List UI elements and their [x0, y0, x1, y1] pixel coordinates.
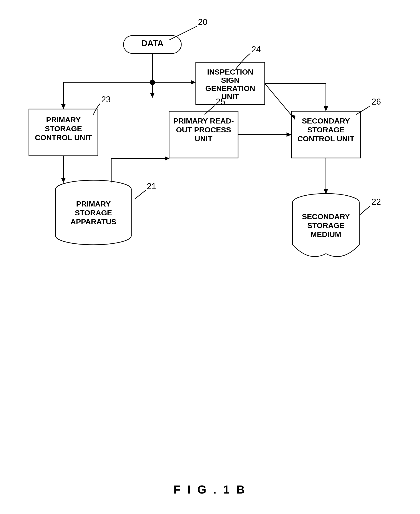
arrow-data-down-head: [150, 93, 155, 98]
medium-label-3: MEDIUM: [311, 230, 341, 239]
arrow-primary-apparatus-head: [61, 178, 66, 183]
ref-26-line: [356, 106, 370, 115]
ref-24: 24: [251, 45, 261, 54]
apparatus-label-1: PRIMARY: [76, 200, 111, 208]
inspection-label-3: GENERATION: [205, 84, 255, 93]
ref-22-line: [360, 206, 370, 215]
medium-curved-bottom: [292, 245, 359, 257]
primary-control-label-1: PRIMARY: [46, 115, 81, 124]
ref-24-line: [236, 53, 250, 69]
inspection-label-2: SIGN: [221, 76, 239, 84]
ref-25: 25: [216, 97, 225, 106]
apparatus-label-3: APPARATUS: [70, 217, 117, 226]
arrow-junction-inspection-head: [191, 80, 196, 84]
medium-label-2: STORAGE: [307, 221, 345, 230]
ref-21-line: [135, 190, 146, 199]
primary-control-label-2: STORAGE: [45, 124, 82, 133]
data-label: DATA: [141, 39, 164, 48]
arrow-inspection-secondary: [265, 83, 294, 118]
ref-22: 22: [372, 197, 381, 206]
ref-25-line: [205, 106, 215, 115]
secondary-control-label-3: CONTROL UNIT: [297, 134, 354, 143]
ref-20: 20: [198, 17, 207, 27]
arrow-readout-secondary-head: [286, 132, 292, 137]
ref-21: 21: [147, 181, 156, 191]
arrow-secondary-control-head-from-inspection: [324, 106, 328, 111]
ref-20-line: [169, 26, 197, 40]
medium-label-1: SECONDARY: [302, 212, 350, 221]
inspection-label-1: INSPECTION: [207, 68, 253, 76]
ref-26: 26: [372, 97, 381, 106]
readout-label-3: UNIT: [195, 134, 212, 143]
secondary-control-label-2: STORAGE: [307, 126, 345, 134]
readout-label-2: OUT PROCESS: [176, 126, 231, 134]
secondary-control-label-1: SECONDARY: [302, 117, 350, 125]
readout-label-1: PRIMARY READ-: [173, 117, 234, 125]
diagram-container: 20 DATA 24 INSPECTION SIGN GENERATION UN…: [0, 9, 420, 476]
apparatus-label-2: STORAGE: [75, 209, 112, 217]
figure-label: F I G . 1 B: [173, 483, 247, 496]
arrow-primary-control-head: [61, 104, 66, 109]
ref-23: 23: [101, 95, 111, 104]
primary-control-label-3: CONTROL UNIT: [35, 133, 92, 142]
